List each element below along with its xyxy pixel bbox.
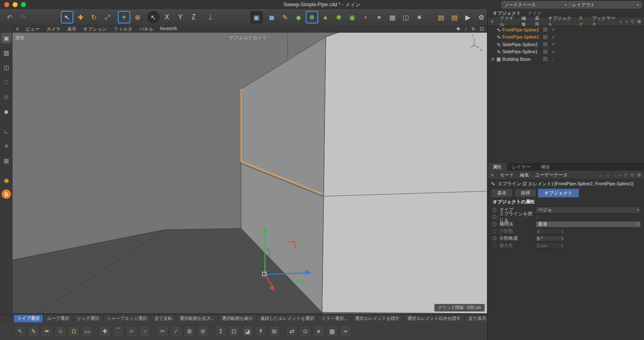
- bt-inner-extrude[interactable]: ⊡: [228, 325, 240, 337]
- keyframe-dot-icon[interactable]: [493, 215, 496, 219]
- viewport-menu-filter[interactable]: フィルタ: [110, 26, 136, 32]
- lock-y-axis[interactable]: Y: [174, 11, 187, 23]
- options-icon[interactable]: ⊞: [637, 19, 641, 24]
- object-name[interactable]: SidePipe-Spline2: [502, 42, 541, 47]
- new-panel-icon[interactable]: ⊞: [637, 172, 641, 178]
- am-menu-mode[interactable]: モード: [497, 172, 517, 178]
- viewport-menu-icon[interactable]: ≡: [16, 26, 19, 32]
- keyframe-dot-icon[interactable]: [493, 222, 496, 226]
- lock-z-axis[interactable]: Z: [187, 11, 200, 23]
- bt-brush-selection[interactable]: ✎: [28, 325, 39, 337]
- attribute-manager-menu-icon[interactable]: ≡: [491, 172, 493, 177]
- enabled-check-icon[interactable]: ✓: [551, 34, 555, 39]
- tag-badge[interactable]: [543, 56, 548, 62]
- object-row-sidepipe-spline2[interactable]: ∿ SidePipe-Spline2 ✓ ⋮: [488, 41, 644, 48]
- bt-extrude[interactable]: ↥: [215, 325, 226, 337]
- tag-badge[interactable]: [543, 27, 548, 32]
- enable-axis-tool[interactable]: ⌖: [118, 11, 130, 23]
- scene-settings-gear[interactable]: ⚙: [475, 11, 488, 23]
- viewport-menu-options[interactable]: オプション: [80, 26, 110, 32]
- viewport-menu-redshift[interactable]: Redshift: [156, 26, 180, 32]
- object-row-sidepipe-spline1[interactable]: ∿ SidePipe-Spline1 ✓ ⋮: [488, 48, 644, 56]
- selection-sharp-edge[interactable]: シャープエッジ選択: [104, 315, 151, 322]
- bt-bevel[interactable]: ◪: [242, 325, 253, 337]
- substance-icon[interactable]: S: [2, 189, 11, 199]
- close-window-button[interactable]: [4, 2, 9, 7]
- render-editor-button[interactable]: ▤: [435, 11, 447, 23]
- bt-subdivide[interactable]: ▦: [326, 325, 338, 337]
- object-name[interactable]: FrontPipe-Spline1: [502, 34, 541, 39]
- search-icon[interactable]: ⌕: [619, 19, 622, 24]
- selection-hide-unselected[interactable]: 選択エレメント以外を隠す: [404, 315, 465, 322]
- enable-axis-mode[interactable]: ∟: [1, 126, 12, 137]
- lights-menu[interactable]: ☀: [413, 11, 426, 23]
- viewport-menu-panel[interactable]: パネル: [136, 26, 157, 32]
- history-forward-icon[interactable]: →: [605, 172, 610, 178]
- object-row-frontpipe-spline1[interactable]: ∿ FrontPipe-Spline1 ✓ ⋮: [488, 34, 644, 41]
- coord-system-toggle[interactable]: ⟂: [204, 11, 217, 23]
- bt-slide[interactable]: ⇄: [286, 325, 298, 337]
- bt-line-cut[interactable]: ∕: [170, 325, 182, 337]
- viewport-menu-display[interactable]: 表示: [64, 26, 80, 32]
- keyframe-dot-icon[interactable]: [493, 244, 496, 247]
- selection-mirror[interactable]: ミラー選択...: [318, 315, 351, 322]
- viewport-menu-camera[interactable]: カメラ: [43, 26, 64, 32]
- enabled-check-icon[interactable]: ✓: [551, 49, 555, 54]
- selection-connected[interactable]: 連続したエレメントを選択: [257, 315, 318, 322]
- selection-show-all[interactable]: 全て表示: [465, 315, 490, 322]
- simulation-menu[interactable]: ▦: [386, 11, 399, 23]
- texture-paint-layers[interactable]: ≡: [1, 140, 12, 151]
- selection-ring[interactable]: リング選択: [73, 315, 103, 322]
- primitive-objects-menu[interactable]: ◼: [265, 11, 278, 23]
- uv-edit-mode[interactable]: ▦: [1, 155, 12, 166]
- am-menu-userdata[interactable]: ユーザーデータ: [532, 172, 571, 178]
- section-tab-basic[interactable]: 基本: [491, 189, 513, 197]
- history-back-icon[interactable]: ←: [598, 172, 602, 178]
- bt-close-hole[interactable]: ○: [139, 325, 151, 337]
- polygons-mode[interactable]: ◆: [1, 106, 12, 117]
- property-checkbox[interactable]: [535, 214, 541, 220]
- bt-optimize[interactable]: ∗: [313, 325, 325, 337]
- tracker-menu[interactable]: ◫: [400, 11, 412, 23]
- play-button[interactable]: ▶: [462, 11, 474, 23]
- selection-invert[interactable]: 全て反転: [151, 315, 176, 322]
- modeling-menu[interactable]: ▲: [319, 11, 332, 23]
- property-spinner[interactable]: 5 ° ▴▾: [535, 235, 565, 241]
- search-icon[interactable]: ⌕: [618, 172, 621, 178]
- zoom-view-icon[interactable]: ↕: [465, 26, 467, 32]
- maximize-view-icon[interactable]: ⊡: [480, 26, 484, 32]
- am-tab-layers[interactable]: レイヤー: [507, 163, 536, 171]
- selection-shrink[interactable]: 選択範囲を縮小: [218, 315, 257, 322]
- spinner-arrows-icon[interactable]: ▴▾: [562, 230, 563, 233]
- bt-live-selection[interactable]: ↖: [14, 325, 26, 337]
- generators-menu[interactable]: ◆: [292, 11, 305, 23]
- sweep-generator-menu[interactable]: ❖: [306, 11, 318, 23]
- selection-live[interactable]: ライブ選択: [14, 315, 43, 322]
- property-spinner[interactable]: 8 ▴▾: [535, 228, 565, 234]
- bt-knife-tool[interactable]: ✂: [157, 325, 169, 337]
- am-tab-attributes[interactable]: 属性: [488, 163, 507, 171]
- property-spinner[interactable]: 5 cm ▴▾: [535, 242, 565, 249]
- model-mode[interactable]: ▣: [1, 33, 12, 44]
- scale-tool[interactable]: ⤢: [101, 11, 114, 23]
- render-settings-button[interactable]: ▤: [448, 11, 461, 23]
- solo-mode[interactable]: ◉: [1, 175, 12, 186]
- tag-badge[interactable]: [543, 34, 548, 40]
- parent-up-icon[interactable]: ↑: [613, 172, 615, 178]
- lock-icon[interactable]: ⊙: [631, 172, 634, 178]
- bt-tweak-tool[interactable]: ⊹: [55, 325, 66, 337]
- edges-mode[interactable]: ◇: [1, 91, 12, 102]
- lock-x-axis[interactable]: X: [161, 11, 173, 23]
- object-row-frontpipe-spline2[interactable]: ∿ FrontPipe-Spline2 ✓ ⋮: [488, 26, 644, 34]
- viewport-menu-view[interactable]: ビュー: [22, 26, 43, 32]
- bt-iron-tool[interactable]: ▭: [81, 325, 93, 337]
- move-tool[interactable]: ✚: [74, 11, 87, 23]
- layout-dropdown[interactable]: レイアウト ▾: [569, 1, 641, 8]
- property-dropdown[interactable]: ベジェ ▾: [535, 207, 641, 213]
- selection-loop[interactable]: ループ選択: [44, 315, 73, 322]
- selection-hide-selected[interactable]: 選択エレメントを隠す: [352, 315, 404, 322]
- keyframe-dot-icon[interactable]: [493, 208, 496, 212]
- spinner-arrows-icon[interactable]: ▴▾: [562, 237, 563, 240]
- bt-plane-cut[interactable]: ⊘: [197, 325, 209, 337]
- volumes-menu[interactable]: ●: [373, 11, 385, 23]
